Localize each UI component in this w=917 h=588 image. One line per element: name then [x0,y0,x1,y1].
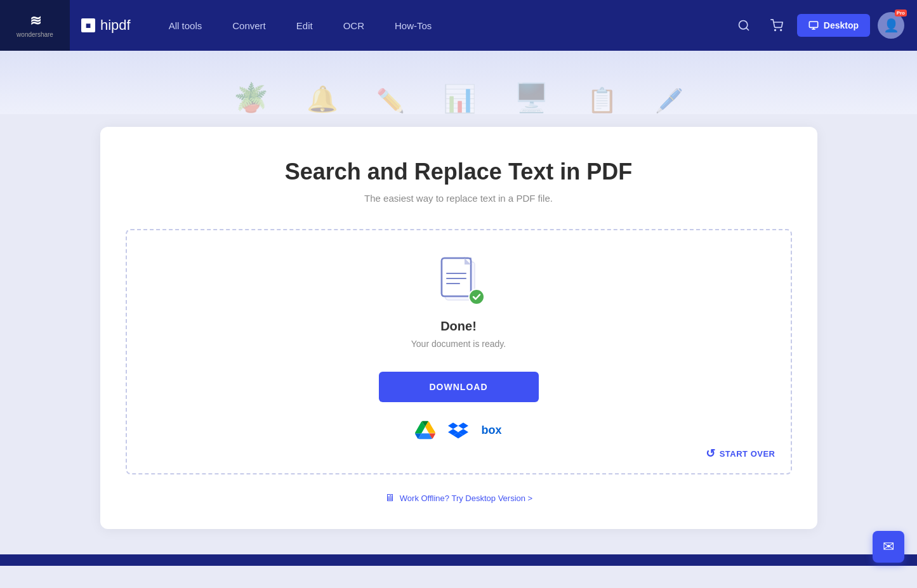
pro-badge: Pro [895,10,907,16]
desktop-promo-label: Work Offline? Try Desktop Version > [400,493,532,503]
wondershare-logo[interactable]: ≋ wondershare [0,0,70,51]
hero-background: 🪴 🔔 ✏️ 📊 🖥️ 📋 🖊️ [0,51,917,114]
cloud-save-options: box [415,420,501,440]
hipdf-brand[interactable]: ■ hipdf [81,17,131,34]
ws-icon: ≋ [30,13,40,29]
hero-illustration: 🪴 🔔 ✏️ 📊 🖥️ 📋 🖊️ [0,81,917,114]
check-icon [472,292,481,301]
mail-float-button[interactable]: ✉ [873,531,904,563]
search-button[interactable] [731,13,756,38]
content-card: Search and Replace Text in PDF The easie… [100,127,817,529]
page-title: Search and Replace Text in PDF [126,159,792,185]
avatar-icon: 👤 [883,18,899,33]
nav-links: All tools Convert Edit OCR How-Tos [154,0,447,51]
feather-icon: 🖊️ [655,88,683,114]
dropbox-button[interactable] [448,420,468,440]
nav-edit[interactable]: Edit [281,0,328,51]
box-button[interactable]: box [481,424,501,437]
desktop-promo-icon: 🖥 [385,492,395,504]
done-title: Done! [440,319,477,334]
svg-rect-4 [809,22,817,27]
brand-name: hipdf [100,17,131,34]
check-badge [468,289,485,305]
svg-point-2 [774,30,775,31]
bottom-bar [0,554,917,566]
box-label: box [481,424,501,436]
start-over-label: START OVER [720,449,775,459]
plant-icon: 🪴 [234,81,268,114]
google-drive-button[interactable] [415,420,435,440]
main-area: Search and Replace Text in PDF The easie… [0,114,917,554]
document-icon-wrap [437,256,481,306]
nav-all-tools[interactable]: All tools [154,0,218,51]
nav-ocr[interactable]: OCR [328,0,379,51]
chart-icon: 📊 [443,83,476,114]
brand-square: ■ [81,18,95,32]
nav-convert[interactable]: Convert [217,0,281,51]
nav-right: Desktop 👤 Pro [731,12,917,39]
refresh-icon: ↺ [706,447,716,461]
start-over-button[interactable]: ↺ START OVER [706,447,775,461]
page-subtitle: The easiest way to replace text in a PDF… [126,193,792,204]
desktop-btn-label: Desktop [824,20,859,30]
monitor-icon: 🖥️ [514,81,549,114]
ws-label: wondershare [16,31,53,38]
download-button[interactable]: DOWNLOAD [379,372,539,402]
svg-point-3 [781,30,782,31]
desktop-promo[interactable]: 🖥 Work Offline? Try Desktop Version > [126,492,792,504]
user-avatar-wrap[interactable]: 👤 Pro [878,12,904,39]
lamp-icon: 🔔 [307,84,338,114]
nav-how-tos[interactable]: How-Tos [379,0,447,51]
result-zone: Done! Your document is ready. DOWNLOAD [126,229,792,474]
cart-button[interactable] [764,13,789,38]
pencils-icon: ✏️ [376,88,405,114]
desktop-button[interactable]: Desktop [797,14,870,37]
book-icon: 📋 [587,86,617,114]
desktop-icon [808,20,819,30]
navbar: ≋ wondershare ■ hipdf All tools Convert … [0,0,917,51]
svg-line-1 [746,28,749,30]
done-subtitle: Your document is ready. [411,339,506,349]
